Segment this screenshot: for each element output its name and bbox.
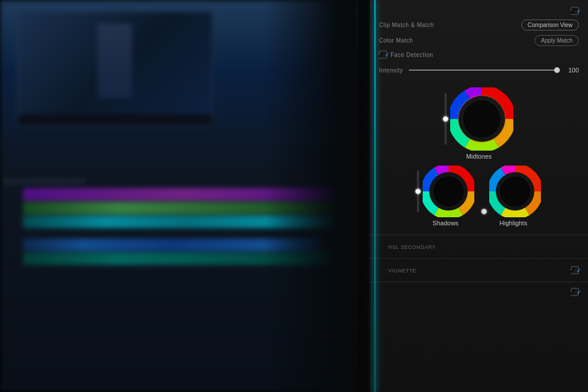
hsl-checkmark: ✓ — [569, 265, 577, 276]
hsl-checkbox[interactable]: ✓ — [571, 266, 579, 274]
comparison-view-button[interactable]: Comparison View — [521, 20, 579, 30]
checkbox-checkmark: ✓ — [569, 6, 577, 17]
cyan-divider-line — [374, 0, 376, 392]
extra-label — [379, 289, 397, 295]
vignette-label: Vignette — [379, 264, 425, 276]
timeline-dot — [18, 179, 22, 183]
face-detection-row: ✓ Face Detection — [379, 51, 579, 59]
timeline-dot — [32, 179, 36, 183]
top-checkbox-row: ✓ — [379, 7, 579, 15]
midtones-wheel-item: Midtones — [444, 87, 513, 160]
timeline-dot — [74, 179, 78, 183]
shadows-color-wheel[interactable] — [423, 166, 474, 217]
face-detection-checkmark: ✓ — [377, 49, 385, 60]
hsl-secondary-row: HSL Secondary — [370, 237, 588, 256]
shadows-wheel-item: Shadows — [417, 166, 474, 226]
shadows-slider-thumb[interactable] — [415, 189, 421, 194]
divider-1 — [370, 235, 588, 235]
color-grading-panel: ✓ Clip Match & Match Comparison View Col… — [370, 0, 588, 392]
timeline-dot — [5, 179, 9, 183]
color-match-label: Color Match — [379, 37, 413, 44]
midtones-row: Midtones — [444, 87, 513, 160]
highlights-wheel-wrapper — [486, 166, 541, 217]
midtones-color-wheel[interactable] — [450, 87, 513, 151]
timeline-dot — [80, 179, 84, 183]
intensity-row: Intensity 100 — [379, 63, 579, 77]
highlights-color-wheel[interactable] — [489, 166, 541, 217]
intensity-label: Intensity — [379, 67, 403, 74]
face-detection-checkbox[interactable]: ✓ — [379, 51, 387, 59]
intensity-slider-thumb[interactable] — [554, 67, 560, 73]
shadows-wheel-wrapper — [417, 166, 474, 217]
highlights-wheel-item: Highlights — [486, 166, 541, 226]
timeline-dot — [39, 179, 43, 183]
svg-point-7 — [501, 177, 529, 206]
midtones-vertical-slider[interactable] — [444, 93, 447, 145]
timeline-dot — [46, 179, 50, 183]
intensity-slider-fill — [409, 70, 560, 71]
shadows-vertical-slider[interactable] — [417, 170, 419, 213]
main-checkbox[interactable]: ✓ — [571, 7, 579, 15]
timeline-dot — [25, 179, 29, 183]
svg-point-5 — [434, 177, 463, 206]
shadows-highlights-row: Shadows — [417, 166, 541, 226]
color-wheels-container: Midtones — [370, 82, 588, 232]
highlights-label: Highlights — [500, 220, 527, 226]
video-preview — [17, 11, 212, 126]
intensity-slider-container: 100 — [409, 67, 579, 74]
timeline-dot — [53, 179, 57, 183]
apply-match-button[interactable]: Apply Match — [535, 35, 579, 46]
highlights-indicator — [481, 209, 487, 214]
midtones-slider-thumb[interactable] — [443, 116, 448, 122]
vignette-checkbox[interactable]: ✓ — [571, 288, 579, 296]
timeline-dot — [60, 179, 64, 183]
panel-header: ✓ Clip Match & Match Comparison View Col… — [370, 0, 588, 77]
face-detection-wrapper: ✓ Face Detection — [379, 51, 433, 59]
intensity-slider-track[interactable] — [409, 70, 560, 71]
intensity-value: 100 — [564, 67, 579, 74]
timeline-dot — [11, 179, 16, 183]
color-match-row: Color Match Apply Match — [379, 35, 579, 46]
svg-point-2 — [464, 101, 500, 137]
face-detection-label: Face Detection — [390, 52, 433, 58]
shadows-label: Shadows — [432, 220, 458, 226]
divider-3 — [370, 282, 588, 282]
extra-checkbox-row: ✓ — [370, 285, 588, 299]
clip-match-row: Clip Match & Match Comparison View — [379, 20, 579, 30]
divider-2 — [370, 258, 588, 259]
clip-match-label: Clip Match & Match — [379, 22, 434, 28]
hsl-secondary-label: HSL Secondary — [379, 241, 445, 252]
midtones-label: Midtones — [466, 153, 492, 160]
midtones-wheel-wrapper — [444, 87, 513, 151]
timeline-dot — [67, 179, 71, 183]
vignette-row: Vignette ✓ — [370, 261, 588, 279]
vignette-checkmark: ✓ — [569, 287, 577, 298]
